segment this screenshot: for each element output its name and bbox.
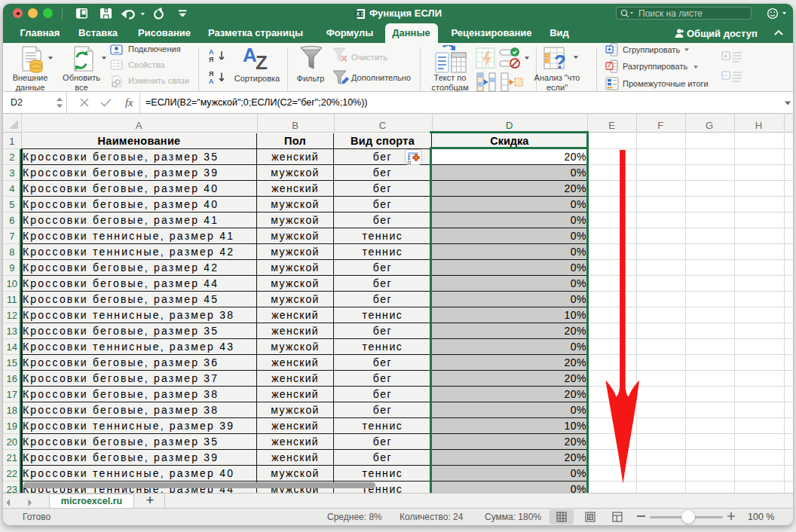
svg-text:?: ? (554, 50, 566, 73)
svg-text:А: А (209, 48, 214, 56)
svg-text:fx: fx (125, 97, 133, 108)
svg-text:Я: Я (209, 56, 213, 63)
svg-text:Z: Z (256, 51, 268, 72)
